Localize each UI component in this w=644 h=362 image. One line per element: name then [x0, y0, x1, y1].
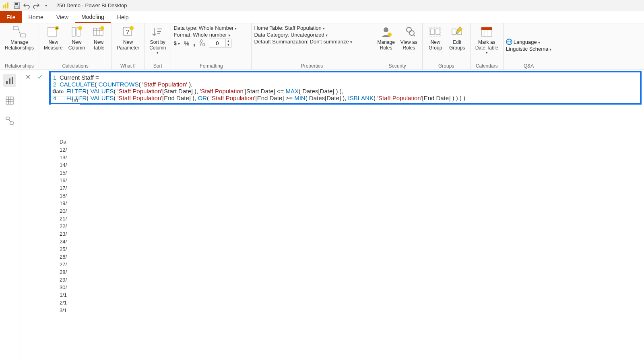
- date-list-row: 17/: [59, 184, 82, 192]
- date-list-row: 1/1: [59, 291, 82, 299]
- formatting-group-label: Formatting: [173, 62, 249, 70]
- new-group-button[interactable]: New Group: [425, 24, 446, 51]
- svg-rect-52: [10, 122, 13, 124]
- cancel-formula-button[interactable]: ✕: [23, 72, 32, 81]
- comma-button[interactable]: ,: [193, 39, 195, 47]
- svg-rect-34: [452, 29, 456, 35]
- svg-point-26: [384, 27, 388, 32]
- svg-line-8: [18, 28, 21, 35]
- currency-button[interactable]: $: [173, 40, 180, 46]
- date-list-row: 2/1: [59, 299, 82, 306]
- commit-formula-button[interactable]: ✓: [35, 72, 44, 81]
- date-list-row: 18/: [59, 192, 82, 200]
- default-summarization-dropdown[interactable]: Default Summarization: Don't summarize: [254, 39, 352, 45]
- date-list-row: 14/: [59, 161, 82, 169]
- date-list-row: 24/: [59, 238, 82, 245]
- svg-rect-1: [5, 4, 6, 8]
- svg-rect-2: [7, 2, 8, 8]
- date-column-header: Date: [51, 87, 80, 97]
- date-list-row: 29/: [59, 276, 82, 284]
- window-title: 250 Demo - Power BI Desktop: [56, 2, 127, 8]
- date-list-row: 13/: [59, 154, 82, 161]
- decimal-places-input[interactable]: ▲▼: [209, 39, 231, 47]
- linguistic-schema-dropdown[interactable]: Linguistic Schema: [506, 46, 552, 52]
- spin-down-icon[interactable]: ▼: [226, 43, 231, 47]
- decimals-value[interactable]: [209, 40, 225, 46]
- decimal-places-icon: .0.00: [199, 39, 205, 47]
- date-list-row: 20/: [59, 207, 82, 215]
- svg-rect-32: [436, 29, 440, 35]
- svg-rect-51: [6, 117, 9, 119]
- date-list-row: 19/: [59, 200, 82, 207]
- date-list-row: 22/: [59, 222, 82, 230]
- format-dropdown[interactable]: Format: Whole number: [173, 32, 230, 38]
- date-list-row: 27/: [59, 261, 82, 268]
- svg-rect-43: [6, 81, 8, 84]
- new-measure-button[interactable]: ✱ New Measure: [41, 24, 65, 51]
- groups-group-label: Groups: [425, 62, 468, 70]
- help-tab[interactable]: Help: [111, 11, 135, 23]
- data-type-value: Whole Number: [199, 25, 234, 31]
- qat-dropdown-icon[interactable]: ▾: [42, 2, 50, 10]
- whatif-group-label: What If: [114, 62, 142, 70]
- svg-line-53: [8, 119, 12, 122]
- format-label: Format:: [173, 32, 192, 38]
- date-list-row: 16/: [59, 177, 82, 184]
- new-table-button[interactable]: New Table: [88, 24, 109, 51]
- percent-button[interactable]: %: [184, 40, 189, 47]
- spin-up-icon[interactable]: ▲: [226, 39, 231, 43]
- home-table-dropdown[interactable]: Home Table: Staff Population: [254, 25, 324, 31]
- report-view-button[interactable]: [3, 74, 16, 87]
- sort-by-column-button[interactable]: Sort by Column ▾: [147, 24, 168, 56]
- calendars-group-label: Calendars: [473, 62, 501, 70]
- view-tab[interactable]: View: [50, 11, 75, 23]
- date-list-row: 26/: [59, 253, 82, 261]
- file-tab[interactable]: File: [0, 11, 22, 23]
- view-as-roles-button[interactable]: View as Roles: [398, 24, 420, 51]
- sort-group-label: Sort: [147, 62, 168, 70]
- new-parameter-button[interactable]: ? New Parameter: [114, 24, 142, 51]
- date-list-row: 12/: [59, 146, 82, 154]
- svg-rect-46: [6, 97, 13, 104]
- new-column-button[interactable]: New Column: [66, 24, 87, 51]
- data-view-button[interactable]: [3, 94, 16, 107]
- svg-point-28: [407, 27, 411, 32]
- data-category-dropdown[interactable]: Data Category: Uncategorized: [254, 32, 327, 38]
- svg-point-27: [388, 33, 392, 37]
- date-list-row: 30/: [59, 284, 82, 291]
- undo-icon[interactable]: [23, 2, 31, 10]
- svg-rect-0: [3, 5, 4, 8]
- manage-roles-button[interactable]: Manage Roles: [375, 24, 397, 51]
- svg-rect-44: [9, 78, 10, 84]
- svg-rect-45: [12, 77, 13, 84]
- svg-text:?: ?: [126, 29, 129, 35]
- mark-as-date-table-button[interactable]: Mark as Date Table ▾: [473, 24, 501, 56]
- redo-icon[interactable]: [32, 2, 40, 10]
- manage-relationships-button[interactable]: Manage Relationships: [2, 24, 36, 51]
- data-type-label: Data type:: [173, 25, 197, 31]
- svg-rect-12: [72, 27, 75, 36]
- modeling-tab[interactable]: Modeling: [75, 11, 111, 23]
- date-list-row: 3/1: [59, 306, 82, 314]
- date-list-header: Da: [59, 138, 82, 146]
- save-icon[interactable]: [13, 2, 21, 10]
- svg-rect-6: [13, 27, 18, 30]
- date-list-row: 28/: [59, 268, 82, 276]
- home-tab[interactable]: Home: [22, 11, 50, 23]
- date-list-row: 15/: [59, 169, 82, 177]
- edit-groups-button[interactable]: Edit Groups: [447, 24, 468, 51]
- formula-bar[interactable]: 1Current Staff = 2CALCULATE( COUNTROWS( …: [49, 71, 642, 105]
- language-dropdown[interactable]: Language: [506, 39, 540, 45]
- data-type-dropdown[interactable]: Data type: Whole Number: [173, 25, 237, 31]
- svg-rect-5: [15, 6, 19, 8]
- svg-point-22: [130, 26, 134, 30]
- qa-group-label: Q&A: [506, 62, 552, 70]
- relationships-group-label: Relationships: [2, 62, 36, 70]
- date-list-row: 21/: [59, 215, 82, 222]
- svg-rect-7: [21, 34, 25, 37]
- format-value: Whole number: [193, 32, 227, 38]
- globe-icon: [506, 39, 512, 45]
- properties-group-label: Properties: [254, 62, 369, 70]
- app-icon: [2, 2, 10, 9]
- model-view-button[interactable]: [3, 114, 16, 127]
